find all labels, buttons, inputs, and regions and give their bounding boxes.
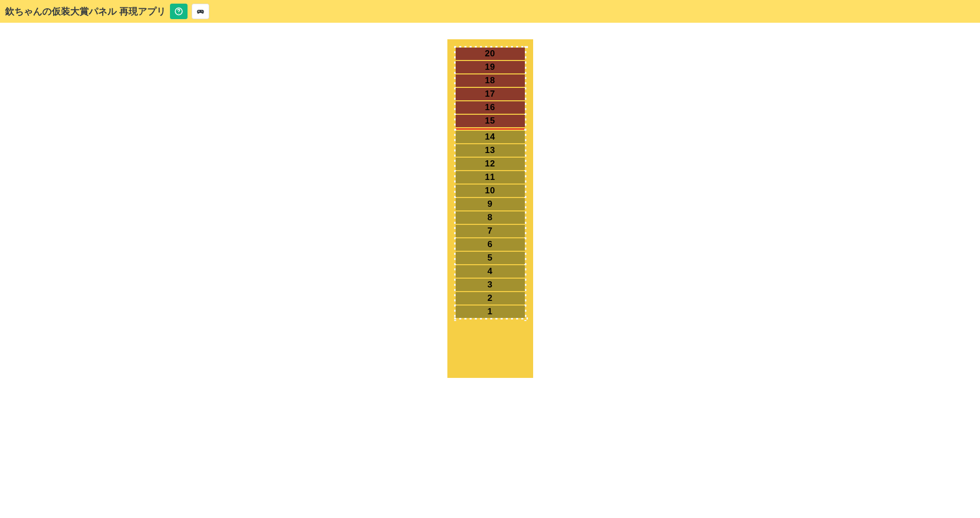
score-board: 2019181716151413121110987654321 [447,39,533,378]
score-panel-16[interactable]: 16 [456,101,525,114]
score-panel-19[interactable]: 19 [456,61,525,73]
gamepad-icon [196,7,205,16]
svg-point-4 [201,11,202,11]
score-panel-4[interactable]: 4 [456,265,525,278]
score-panel-17[interactable]: 17 [456,88,525,100]
threshold-line [456,128,525,130]
help-button[interactable] [170,4,188,19]
score-panel-9[interactable]: 9 [456,198,525,210]
score-panels[interactable]: 2019181716151413121110987654321 [456,48,525,318]
score-panel-10[interactable]: 10 [456,185,525,197]
score-panel-14[interactable]: 14 [456,131,525,143]
dot-frame: 2019181716151413121110987654321 [453,44,528,321]
score-panel-20[interactable]: 20 [456,48,525,60]
score-panel-11[interactable]: 11 [456,171,525,184]
question-circle-icon [174,7,183,16]
svg-point-1 [178,13,179,13]
app-header: 欽ちゃんの仮装大賞パネル 再現アプリ [0,0,980,23]
score-panel-18[interactable]: 18 [456,74,525,87]
score-panel-7[interactable]: 7 [456,225,525,237]
score-panel-12[interactable]: 12 [456,158,525,170]
score-panel-1[interactable]: 1 [456,306,525,318]
app-title: 欽ちゃんの仮装大賞パネル 再現アプリ [5,5,166,18]
svg-point-5 [202,11,203,12]
score-panel-3[interactable]: 3 [456,279,525,291]
score-panel-13[interactable]: 13 [456,144,525,157]
score-panel-8[interactable]: 8 [456,211,525,224]
score-panel-15[interactable]: 15 [456,115,525,127]
score-panel-6[interactable]: 6 [456,238,525,251]
controller-button[interactable] [192,4,209,19]
score-panel-5[interactable]: 5 [456,252,525,264]
svg-rect-3 [199,11,199,12]
score-panel-2[interactable]: 2 [456,292,525,304]
stage: 2019181716151413121110987654321 [0,23,980,378]
